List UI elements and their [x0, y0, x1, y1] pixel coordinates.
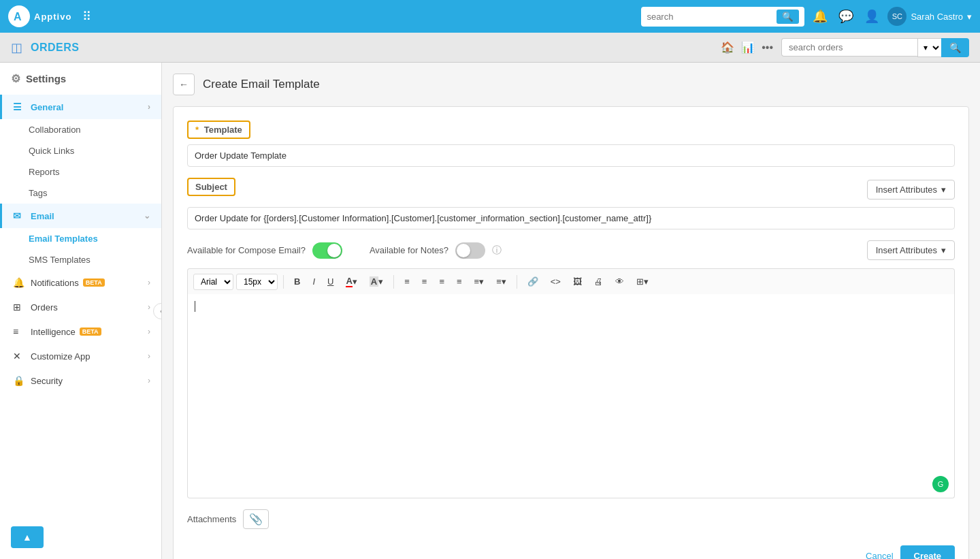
font-size-select[interactable]: 15px	[236, 274, 278, 290]
app-logo[interactable]: A Apptivo	[8, 5, 71, 27]
sidebar-item-email[interactable]: ✉ Email ⌄	[0, 204, 161, 228]
beta-badge: BETA	[83, 278, 105, 287]
settings-header: ⚙ Settings	[0, 63, 161, 95]
messages-icon[interactable]: 💬	[838, 9, 853, 24]
back-arrow-icon: ←	[179, 79, 189, 90]
compose-email-toggle-group: Available for Compose Email?	[187, 242, 342, 259]
required-indicator: *	[195, 125, 199, 135]
sidebar-item-collaboration[interactable]: Collaboration	[0, 119, 161, 140]
link-button[interactable]: 🔗	[523, 274, 543, 289]
chevron-right-icon: ›	[148, 351, 150, 361]
editor-body[interactable]: G	[187, 294, 955, 498]
home-icon[interactable]: 🏠	[721, 41, 734, 54]
sidebar-item-security[interactable]: 🔒 Security ›	[0, 368, 161, 393]
orders-search-button[interactable]: 🔍	[941, 38, 969, 57]
sidebar-item-sms-templates[interactable]: SMS Templates	[0, 249, 161, 270]
attachments-label: Attachments	[187, 514, 236, 524]
svg-text:A: A	[14, 11, 22, 22]
create-button[interactable]: Create	[900, 545, 955, 559]
insert-attrs-dropdown-icon: ▾	[941, 185, 946, 195]
font-color-button[interactable]: A ▾	[341, 273, 361, 290]
template-input[interactable]	[187, 144, 955, 167]
font-family-select[interactable]: Arial	[193, 274, 233, 290]
sidebar: ⚙ Settings ☰ General › Collaboration Qui…	[0, 63, 162, 559]
search-button[interactable]: 🔍	[777, 10, 799, 24]
settings-label: Settings	[26, 73, 66, 84]
subject-row: Subject Insert Attributes ▾	[187, 178, 955, 202]
insert-attributes-subject-label: Insert Attributes	[876, 185, 937, 195]
form-actions: Cancel Create	[187, 545, 955, 559]
sidebar-item-orders[interactable]: ⊞ Orders ›	[0, 295, 161, 319]
orders-search[interactable]: ▾ 🔍	[781, 38, 969, 57]
bullet-dropdown-icon: ▾	[479, 276, 484, 287]
orders-bar-icons: 🏠 📊 •••	[721, 41, 773, 54]
underline-button[interactable]: U	[323, 274, 338, 289]
orders-search-input[interactable]	[781, 38, 917, 57]
chevron-right-icon: ›	[148, 376, 150, 385]
chevron-right-icon: ›	[148, 102, 150, 112]
page-header: ← Create Email Template	[173, 74, 969, 95]
customize-icon: ✕	[13, 351, 25, 362]
grid-icon[interactable]: ⠿	[82, 9, 91, 24]
sidebar-item-email-templates[interactable]: Email Templates	[0, 228, 161, 249]
intelligence-icon: ≡	[13, 326, 25, 337]
global-search[interactable]: 🔍	[641, 7, 804, 27]
sidebar-item-tags[interactable]: Tags	[0, 182, 161, 204]
orders-search-dropdown[interactable]: ▾	[917, 38, 941, 57]
compose-email-label: Available for Compose Email?	[187, 245, 306, 255]
notification-bell-icon[interactable]: 🔔	[813, 9, 828, 24]
sidebar-item-general[interactable]: ☰ General ›	[0, 95, 161, 119]
print-button[interactable]: 🖨	[589, 274, 608, 289]
chevron-right-icon: ›	[148, 278, 150, 287]
notes-toggle-label: Available for Notes?	[370, 245, 448, 255]
user-menu[interactable]: SC Sarah Castro ▾	[887, 7, 972, 26]
table-button[interactable]: ⊞▾	[632, 274, 653, 289]
subject-input[interactable]	[187, 207, 955, 229]
sidebar-item-notifications[interactable]: 🔔 Notifications BETA ›	[0, 270, 161, 295]
chevron-right-icon: ›	[148, 327, 150, 336]
highlight-button[interactable]: A ▾	[365, 274, 388, 289]
highlight-dropdown-icon: ▾	[378, 276, 383, 287]
bullet-list-button[interactable]: ≡▾	[470, 274, 489, 289]
attach-file-button[interactable]: 📎	[243, 509, 269, 529]
sidebar-item-quick-links[interactable]: Quick Links	[0, 140, 161, 161]
sidebar-item-intelligence[interactable]: ≡ Intelligence BETA ›	[0, 319, 161, 344]
notes-toggle-group: Available for Notes? ⓘ	[370, 242, 502, 259]
numbered-dropdown-icon: ▾	[502, 276, 506, 287]
notes-toggle[interactable]	[455, 242, 485, 259]
numbered-list-button[interactable]: ≡▾	[491, 274, 511, 289]
chart-icon[interactable]: 📊	[741, 41, 755, 54]
orders-icon: ⊞	[13, 302, 25, 313]
sidebar-item-label: Customize App	[31, 351, 90, 362]
cancel-button[interactable]: Cancel	[866, 545, 893, 559]
justify-button[interactable]: ≡	[452, 274, 467, 289]
options-row: Available for Compose Email? Available f…	[187, 240, 955, 260]
sidebar-item-customize-app[interactable]: ✕ Customize App ›	[0, 344, 161, 368]
italic-button[interactable]: I	[308, 274, 320, 289]
sidebar-item-label: Orders	[31, 302, 58, 313]
security-icon: 🔒	[13, 375, 25, 386]
scroll-up-button[interactable]: ▲	[11, 526, 44, 548]
logo-icon: A	[8, 5, 30, 27]
insert-attributes-subject-button[interactable]: Insert Attributes ▾	[867, 180, 955, 199]
main-content: ← Create Email Template * Template Subje…	[162, 63, 980, 559]
top-nav: A Apptivo ⠿ 🔍 🔔 💬 👤 SC Sarah Castro ▾	[0, 0, 980, 33]
code-button[interactable]: <>	[546, 274, 566, 289]
search-input[interactable]	[647, 12, 772, 22]
align-right-button[interactable]: ≡	[434, 274, 449, 289]
bold-button[interactable]: B	[289, 274, 305, 289]
compose-email-toggle[interactable]	[312, 242, 342, 259]
align-left-button[interactable]: ≡	[399, 274, 414, 289]
more-icon[interactable]: •••	[762, 42, 773, 54]
sidebar-item-reports[interactable]: Reports	[0, 161, 161, 182]
image-button[interactable]: 🖼	[568, 274, 587, 289]
align-center-button[interactable]: ≡	[417, 274, 432, 289]
profile-icon[interactable]: 👤	[864, 9, 879, 24]
sidebar-item-label: Email	[31, 211, 54, 221]
beta-badge-intelligence: BETA	[80, 328, 101, 336]
preview-button[interactable]: 👁	[610, 274, 629, 289]
back-button[interactable]: ←	[173, 74, 195, 95]
info-icon[interactable]: ⓘ	[492, 244, 502, 257]
insert-attributes-body-button[interactable]: Insert Attributes ▾	[867, 240, 955, 260]
editor-toolbar: Arial 15px B I U A ▾ A ▾ ≡ ≡	[187, 268, 955, 294]
